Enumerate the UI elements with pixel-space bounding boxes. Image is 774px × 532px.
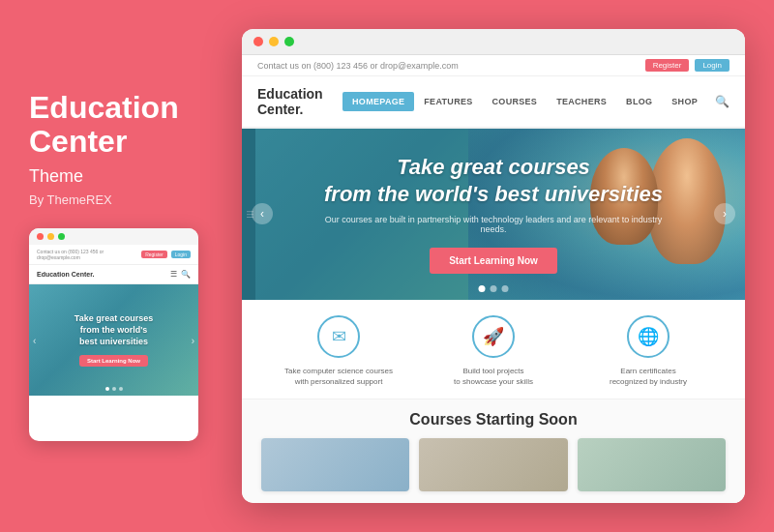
course-img-3: [578, 438, 726, 491]
course-card-3[interactable]: [578, 438, 726, 491]
left-panel: Education Center Theme By ThemeREX Conta…: [29, 91, 242, 441]
course-img-2: [419, 438, 567, 491]
mobile-nav-icons: ☰ 🔍: [170, 270, 191, 279]
hero-cta-button[interactable]: Start Learning Now: [430, 248, 557, 274]
courses-title: Courses Starting Soon: [261, 411, 726, 429]
contact-bar: Contact us on (800) 123 456 or drop@exam…: [242, 55, 745, 76]
mobile-dot-yellow: [47, 233, 54, 240]
site-logo: Education Center.: [257, 86, 342, 117]
mobile-arrow-right[interactable]: ›: [192, 335, 194, 345]
mobile-hero-dots: [105, 387, 123, 391]
mobile-navbar: Education Center. ☰ 🔍: [29, 265, 198, 284]
mobile-contact-text: Contact us on (800) 123 456 or drop@exam…: [37, 249, 141, 260]
browser-dot-red: [253, 37, 263, 46]
feature-item-3: 🌐 Earn certificates recognized by indust…: [571, 315, 726, 387]
feature-icon-3: 🌐: [627, 315, 670, 358]
mobile-nav-dot-2: [112, 387, 116, 391]
browser-dot-yellow: [269, 37, 279, 46]
nav-item-features[interactable]: FEATURES: [414, 92, 482, 111]
hero-subtitle: Our courses are built in partnership wit…: [319, 215, 668, 234]
login-button[interactable]: Login: [695, 59, 729, 72]
nav-item-shop[interactable]: SHOP: [662, 92, 707, 111]
theme-subtitle: Theme: [29, 166, 223, 187]
mobile-arrow-left[interactable]: ‹: [33, 335, 36, 345]
feature-text-1: Take computer science courses with perso…: [261, 366, 416, 387]
nav-item-courses[interactable]: COURSES: [483, 92, 548, 111]
contact-bar-right: Register Login: [645, 59, 729, 72]
hero-dot-3[interactable]: [502, 285, 509, 292]
nav-item-blog[interactable]: BLOG: [616, 92, 662, 111]
mobile-topbar: Contact us on (800) 123 456 or drop@exam…: [29, 245, 198, 265]
contact-text: Contact us on (800) 123 456 or drop@exam…: [257, 61, 459, 71]
mobile-dot-green: [58, 233, 65, 240]
nav-search-icon[interactable]: 🔍: [715, 95, 729, 108]
browser-dot-green: [284, 37, 294, 46]
theme-author: By ThemeREX: [29, 192, 223, 207]
feature-text-2: Build tool projects to showcase your ski…: [416, 366, 571, 387]
feature-icon-2: 🚀: [472, 315, 515, 358]
nav-item-teachers[interactable]: TEACHERS: [547, 92, 616, 111]
hero-arrow-right[interactable]: ›: [714, 203, 735, 224]
mobile-hero: ‹ › Take great coursesfrom the world'sbe…: [29, 284, 198, 396]
mobile-nav-dot-3: [119, 387, 123, 391]
hero-title: Take great courses from the world's best…: [319, 154, 668, 207]
feature-text-3: Earn certificates recognized by industry: [571, 366, 726, 387]
website-content: Contact us on (800) 123 456 or drop@exam…: [242, 55, 745, 503]
mobile-preview: Contact us on (800) 123 456 or drop@exam…: [29, 228, 198, 441]
theme-title: Education Center: [29, 91, 223, 159]
features-section: ✉ Take computer science courses with per…: [242, 300, 745, 399]
browser-chrome: [242, 29, 745, 55]
hero-dot-2[interactable]: [491, 285, 497, 292]
course-card-2[interactable]: [419, 438, 567, 491]
mobile-login-btn[interactable]: Login: [171, 251, 191, 258]
feature-item-2: 🚀 Build tool projects to showcase your s…: [416, 315, 571, 387]
mobile-topbar-right: Register Login: [141, 251, 191, 258]
feature-item-1: ✉ Take computer science courses with per…: [261, 315, 416, 387]
nav-item-homepage[interactable]: HOMEPAGE: [342, 92, 414, 111]
mobile-menu-icon[interactable]: ☰: [170, 270, 177, 279]
courses-grid: [261, 438, 726, 491]
mobile-dot-red: [37, 233, 44, 240]
nav-menu: HOMEPAGE FEATURES COURSES TEACHERS BLOG …: [342, 92, 729, 111]
hero-dots: [479, 285, 509, 292]
mobile-search-icon[interactable]: 🔍: [181, 270, 191, 279]
feature-icon-1: ✉: [317, 315, 360, 358]
hero-content: Take great courses from the world's best…: [290, 154, 697, 274]
course-img-1: [261, 438, 409, 491]
courses-section: Courses Starting Soon: [242, 399, 745, 503]
hero-dot-1[interactable]: [479, 285, 486, 292]
mobile-hero-text: Take great coursesfrom the world'sbest u…: [74, 313, 153, 347]
mobile-nav-dot-1: [105, 387, 109, 391]
mobile-hero-cta[interactable]: Start Learning Now: [79, 355, 148, 367]
course-card-1[interactable]: [261, 438, 409, 491]
hero-section: ||| ‹ › Take great courses from the worl…: [242, 129, 745, 300]
register-button[interactable]: Register: [645, 59, 690, 72]
main-wrapper: Education Center Theme By ThemeREX Conta…: [0, 0, 774, 532]
mobile-logo: Education Center.: [37, 271, 95, 278]
mobile-browser-dots: [29, 228, 198, 245]
hero-arrow-left[interactable]: ‹: [252, 203, 273, 224]
mobile-register-btn[interactable]: Register: [141, 251, 167, 258]
right-panel: Contact us on (800) 123 456 or drop@exam…: [242, 29, 745, 503]
main-nav: Education Center. HOMEPAGE FEATURES COUR…: [242, 76, 745, 129]
